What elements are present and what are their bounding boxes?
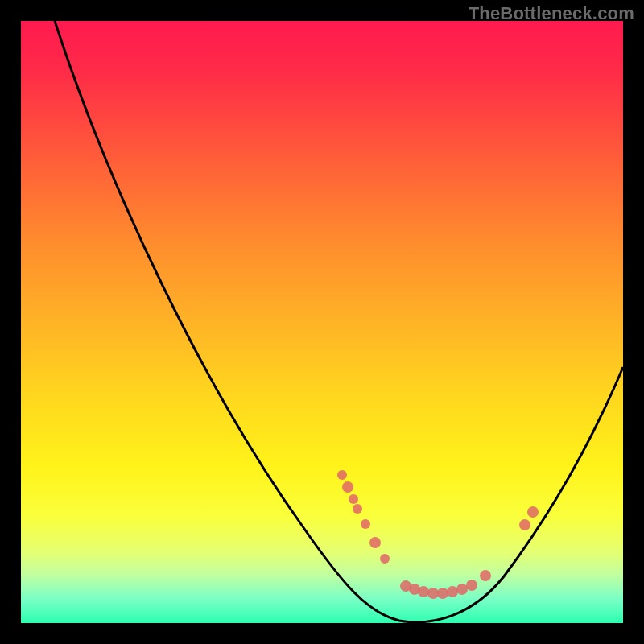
curve-marker — [342, 481, 353, 493]
curve-marker — [447, 586, 458, 597]
watermark-text: TheBottleneck.com — [469, 3, 634, 24]
curve-marker — [427, 588, 439, 599]
curve-marker — [437, 588, 448, 599]
curve-marker — [456, 584, 468, 595]
curve-marker — [361, 519, 370, 529]
curve-marker — [480, 570, 491, 581]
curve-markers-group — [337, 470, 539, 599]
curve-group — [55, 21, 623, 622]
plot-area — [21, 21, 623, 623]
bottleneck-curve-line — [55, 21, 623, 622]
curve-marker — [418, 586, 429, 597]
curve-marker — [380, 554, 390, 564]
bottleneck-curve-svg — [21, 21, 623, 623]
curve-marker — [369, 537, 381, 548]
curve-marker — [349, 494, 358, 504]
curve-marker — [337, 470, 347, 480]
chart-frame: TheBottleneck.com — [0, 0, 644, 644]
curve-marker — [527, 506, 539, 518]
curve-marker — [519, 519, 530, 530]
curve-marker — [353, 504, 362, 514]
curve-marker — [466, 580, 477, 591]
